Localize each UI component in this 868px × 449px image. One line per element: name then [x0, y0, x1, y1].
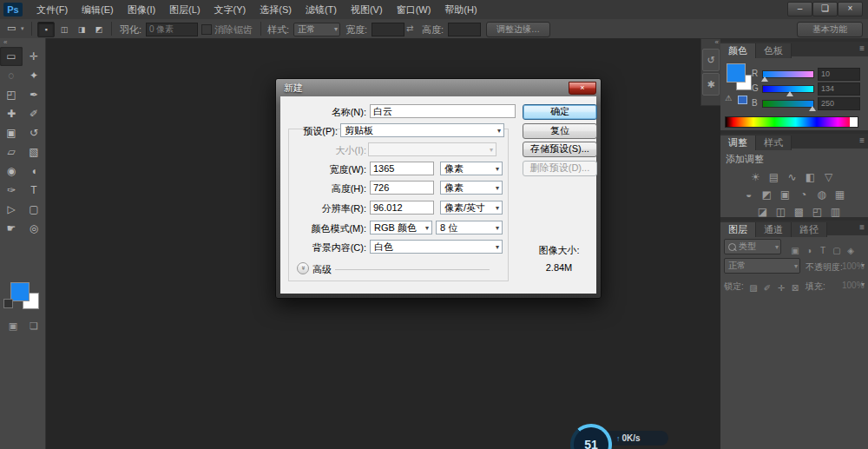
adjustment-icon[interactable]: ▦ — [831, 188, 849, 201]
menu-item[interactable]: 视图(V) — [344, 0, 390, 19]
blue-channel-value[interactable]: 250 — [818, 97, 860, 110]
blue-channel-slider[interactable] — [762, 100, 814, 108]
height-input[interactable] — [448, 23, 481, 36]
dodge-tool[interactable]: ◖ — [23, 162, 45, 181]
menu-item[interactable]: 滤镜(T) — [299, 0, 344, 19]
adjustment-icon[interactable]: ∿ — [783, 171, 801, 183]
pen-tool[interactable]: ✑ — [0, 181, 23, 200]
subtract-selection-mode-button[interactable]: ◨ — [74, 23, 89, 36]
layer-filter-icon[interactable]: ▢ — [830, 246, 844, 255]
panel-menu-icon[interactable]: ≡ — [859, 222, 865, 232]
crop-tool[interactable]: ◰ — [0, 85, 23, 104]
name-input[interactable]: 白云 — [370, 104, 516, 118]
shape-tool[interactable]: ▢ — [23, 200, 45, 219]
restore-button[interactable]: ❏ — [812, 2, 838, 17]
advanced-expander-icon[interactable]: » — [297, 262, 309, 274]
tool-preset-arrow-icon[interactable]: ▾ — [21, 25, 24, 32]
brush-tool[interactable]: ✐ — [23, 104, 45, 123]
adjustment-icon[interactable]: ◫ — [772, 206, 790, 218]
workspace-switcher-button[interactable]: 基本功能 — [797, 22, 863, 37]
zoom-tool[interactable]: ◎ — [23, 219, 45, 238]
menu-item[interactable]: 帮助(H) — [437, 0, 483, 19]
tab-color[interactable]: 颜色 — [720, 43, 756, 58]
width-unit-combo[interactable]: 像素▾ — [440, 162, 503, 175]
eraser-tool[interactable]: ▱ — [0, 142, 23, 162]
screen-mode-button[interactable]: ❏ — [23, 320, 45, 332]
swap-dimensions-icon[interactable]: ⇄ — [406, 23, 413, 33]
panel-menu-icon[interactable]: ≡ — [859, 43, 865, 53]
adjustment-icon[interactable]: ▩ — [790, 206, 808, 218]
rectangular-marquee-tool[interactable]: ▭ — [0, 47, 23, 66]
lock-icon[interactable]: ▨ — [746, 283, 760, 293]
adjustment-icon[interactable]: ▤ — [765, 171, 783, 183]
tab-adjustments[interactable]: 调整 — [720, 135, 756, 150]
clone-stamp-tool[interactable]: ▣ — [0, 123, 23, 142]
intersect-selection-mode-button[interactable]: ◩ — [91, 23, 107, 36]
menu-item[interactable]: 选择(S) — [253, 0, 299, 19]
tab-swatches[interactable]: 色板 — [756, 43, 792, 58]
tool-preset-icon[interactable]: ▭ — [7, 23, 16, 34]
type-tool[interactable]: T — [23, 181, 45, 200]
properties-panel-button[interactable]: ✱ — [702, 73, 720, 96]
width-input[interactable]: 1365 — [370, 162, 434, 175]
red-channel-value[interactable]: 10 — [818, 68, 860, 81]
dock-collapse-icon[interactable]: « — [701, 39, 720, 47]
tab-styles[interactable]: 样式 — [756, 135, 792, 150]
lasso-tool[interactable]: ◌ — [0, 66, 23, 85]
foreground-color-swatch[interactable] — [10, 282, 30, 301]
chevron-down-icon[interactable]: ▾ — [861, 261, 865, 269]
menu-item[interactable]: 编辑(E) — [75, 0, 121, 19]
green-channel-value[interactable]: 134 — [818, 83, 860, 96]
menu-item[interactable]: 文件(F) — [30, 0, 75, 19]
feather-input[interactable]: 0 像素 — [146, 23, 198, 36]
hand-tool[interactable]: ☛ — [0, 219, 23, 238]
white-chip[interactable] — [850, 117, 858, 127]
lock-icon[interactable]: ✐ — [760, 283, 774, 293]
adjustment-icon[interactable]: ◍ — [812, 188, 831, 201]
adjustment-icon[interactable]: ◰ — [808, 206, 826, 218]
path-selection-tool[interactable]: ▷ — [0, 200, 23, 219]
slider-handle-icon[interactable] — [761, 76, 768, 82]
quick-mask-button[interactable]: ▣ — [2, 320, 24, 332]
green-channel-slider[interactable] — [762, 85, 814, 93]
layer-filter-icon[interactable]: ▣ — [788, 246, 802, 255]
menu-item[interactable]: 文字(Y) — [207, 0, 253, 19]
height-unit-combo[interactable]: 像素▾ — [440, 181, 503, 195]
height-input[interactable]: 726 — [370, 181, 434, 195]
floating-assistant-ball[interactable]: 51 — [570, 424, 612, 449]
default-colors-icon[interactable] — [3, 299, 13, 308]
history-panel-button[interactable]: ↺ — [702, 49, 720, 71]
tab-channels[interactable]: 通道 — [756, 222, 792, 237]
foreground-color-swatch[interactable] — [727, 63, 746, 83]
resolution-unit-combo[interactable]: 像素/英寸▾ — [440, 201, 503, 215]
adjustment-icon[interactable]: ◩ — [758, 188, 776, 201]
slider-handle-icon[interactable] — [809, 106, 816, 111]
menu-item[interactable]: 图层(L) — [162, 0, 207, 19]
slider-handle-icon[interactable] — [786, 91, 793, 96]
layer-filter-icon[interactable]: ◈ — [844, 246, 858, 255]
adjustment-icon[interactable]: ▽ — [819, 171, 838, 183]
delete-preset-button[interactable]: 删除预设(D)... — [523, 161, 597, 176]
adjustment-icon[interactable]: ◧ — [801, 171, 819, 183]
ok-button[interactable]: 确定 — [523, 104, 597, 120]
lock-icon[interactable]: ✛ — [774, 283, 788, 293]
color-mode-combo[interactable]: RGB 颜色▾ — [370, 221, 432, 234]
add-selection-mode-button[interactable]: ◫ — [56, 23, 72, 36]
menu-item[interactable]: 窗口(W) — [390, 0, 438, 19]
move-tool[interactable]: ✛ — [23, 47, 45, 66]
spot-healing-brush-tool[interactable]: ✚ — [0, 104, 23, 123]
minimize-button[interactable]: – — [787, 2, 812, 17]
quick-selection-tool[interactable]: ✦ — [23, 66, 45, 85]
tab-paths[interactable]: 路径 — [792, 222, 827, 237]
panel-menu-icon[interactable]: ≡ — [859, 135, 865, 145]
eyedropper-tool[interactable]: ✒ — [23, 85, 45, 104]
gamut-warning-icon[interactable]: ⚠ — [725, 94, 732, 102]
background-contents-combo[interactable]: 白色▾ — [370, 240, 503, 254]
resolution-input[interactable]: 96.012 — [370, 201, 434, 215]
preset-combo[interactable]: 剪贴板▾ — [340, 123, 504, 137]
bit-depth-combo[interactable]: 8 位▾ — [436, 221, 503, 234]
new-selection-mode-button[interactable]: ▪ — [37, 22, 55, 37]
adjustment-icon[interactable]: ▣ — [776, 188, 794, 201]
adjustment-icon[interactable]: ▥ — [826, 206, 845, 218]
blend-mode-combo[interactable]: 正常 ▾ — [724, 258, 800, 274]
